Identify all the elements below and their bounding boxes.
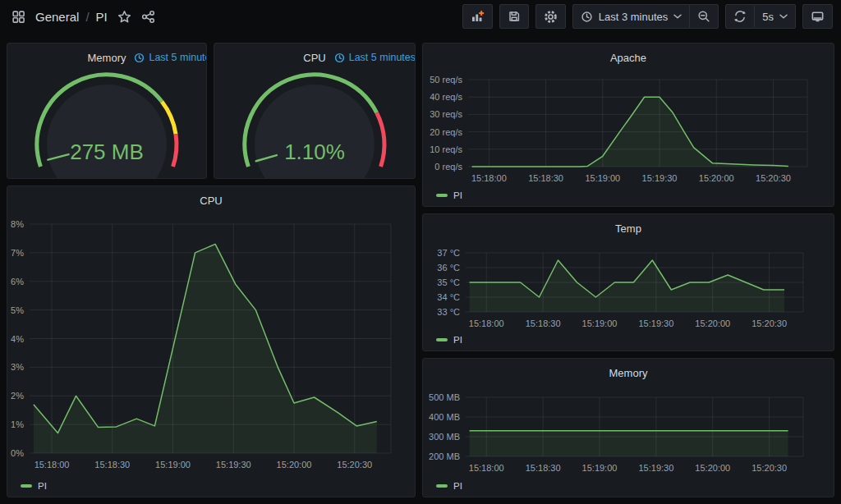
y-tick-label: 40 req/s bbox=[430, 92, 462, 102]
legend-label: PI bbox=[453, 481, 462, 491]
y-tick-label: 37 °C bbox=[437, 248, 460, 258]
tv-mode-button[interactable] bbox=[802, 4, 833, 29]
x-tick-label: 15:19:30 bbox=[642, 173, 678, 183]
gauge-threshold-arc bbox=[173, 134, 177, 167]
share-icon[interactable] bbox=[141, 10, 155, 24]
clock-icon bbox=[134, 53, 145, 63]
refresh-icon bbox=[733, 10, 747, 23]
y-tick-label: 50 req/s bbox=[430, 75, 462, 85]
y-tick-label: 5% bbox=[11, 305, 24, 315]
y-tick-label: 30 req/s bbox=[430, 109, 462, 119]
legend-item[interactable]: PI bbox=[21, 481, 47, 491]
y-tick-label: 500 MB bbox=[429, 392, 460, 402]
x-tick-label: 15:19:00 bbox=[155, 460, 191, 470]
y-tick-label: 300 MB bbox=[429, 432, 460, 442]
dashboards-grid-icon[interactable] bbox=[11, 10, 25, 24]
y-tick-label: 0% bbox=[11, 448, 24, 458]
y-tick-label: 2% bbox=[11, 391, 24, 401]
gear-icon bbox=[544, 10, 558, 24]
time-controls-group: Last 3 minutes bbox=[572, 4, 719, 29]
series-area bbox=[34, 244, 377, 453]
panel-apache: Apache 0 req/s10 req/s20 req/s30 req/s40… bbox=[422, 43, 834, 207]
time-override: Last 5 minutes bbox=[134, 52, 207, 63]
refresh-interval-picker[interactable]: 5s bbox=[755, 4, 796, 29]
panel-title[interactable]: CPU bbox=[303, 52, 325, 64]
clock-icon bbox=[334, 53, 345, 63]
y-tick-label: 36 °C bbox=[437, 263, 460, 273]
legend-label: PI bbox=[38, 481, 47, 491]
y-tick-label: 0 req/s bbox=[434, 162, 462, 172]
add-panel-button[interactable] bbox=[462, 4, 493, 29]
legend-label: PI bbox=[453, 190, 462, 200]
legend-swatch bbox=[436, 194, 448, 197]
breadcrumb-separator: / bbox=[85, 10, 89, 24]
y-tick-label: 20 req/s bbox=[430, 127, 462, 137]
gauge-value-text: 275 MB bbox=[70, 140, 144, 164]
clock-icon bbox=[581, 11, 593, 23]
memory-chart[interactable]: 200 MB300 MB400 MB500 MB15:18:0015:18:30… bbox=[423, 359, 834, 497]
zoom-out-icon bbox=[697, 10, 710, 23]
breadcrumb: General / PI bbox=[35, 10, 108, 24]
cpu-gauge: 1.10% bbox=[214, 69, 415, 178]
x-tick-label: 15:18:30 bbox=[94, 460, 130, 470]
y-tick-label: 33 °C bbox=[437, 307, 460, 317]
legend-item[interactable]: PI bbox=[436, 481, 462, 491]
legend-swatch bbox=[436, 338, 448, 341]
x-tick-label: 15:18:30 bbox=[526, 463, 561, 473]
y-tick-label: 400 MB bbox=[429, 412, 460, 422]
panel-header: CPU Last 5 minutes bbox=[214, 46, 415, 69]
x-tick-label: 15:18:30 bbox=[526, 318, 561, 328]
breadcrumb-dashboard[interactable]: General bbox=[35, 10, 79, 24]
y-tick-label: 7% bbox=[11, 248, 24, 258]
x-tick-label: 15:20:30 bbox=[751, 318, 787, 328]
add-panel-icon bbox=[471, 10, 485, 23]
x-tick-label: 15:20:00 bbox=[695, 318, 730, 328]
x-tick-label: 15:19:30 bbox=[638, 318, 673, 328]
save-dashboard-button[interactable] bbox=[499, 4, 529, 29]
y-tick-label: 8% bbox=[11, 219, 24, 229]
chevron-down-icon bbox=[673, 14, 682, 19]
dashboard-settings-button[interactable] bbox=[535, 4, 566, 29]
time-override: Last 5 minutes bbox=[334, 52, 416, 63]
refresh-button[interactable] bbox=[725, 4, 755, 29]
x-tick-label: 15:20:30 bbox=[756, 173, 791, 183]
y-tick-label: 4% bbox=[11, 334, 24, 344]
cpu-chart[interactable]: 0%1%2%3%4%5%6%7%8%15:18:0015:18:3015:19:… bbox=[7, 186, 415, 497]
x-tick-label: 15:18:30 bbox=[528, 173, 563, 183]
panel-memory-chart: Memory 200 MB300 MB400 MB500 MB15:18:001… bbox=[422, 358, 834, 497]
legend-item[interactable]: PI bbox=[436, 335, 462, 345]
star-icon[interactable] bbox=[117, 10, 131, 24]
panel-title[interactable]: Memory bbox=[88, 52, 126, 64]
x-tick-label: 15:18:00 bbox=[469, 318, 504, 328]
x-tick-label: 15:20:30 bbox=[751, 463, 787, 473]
chevron-down-icon bbox=[779, 14, 788, 19]
legend-item[interactable]: PI bbox=[436, 190, 462, 200]
x-tick-label: 15:19:30 bbox=[216, 460, 251, 470]
y-tick-label: 200 MB bbox=[429, 451, 460, 461]
top-nav: General / PI bbox=[0, 0, 841, 33]
x-tick-label: 15:18:00 bbox=[471, 173, 507, 183]
legend-swatch bbox=[436, 484, 448, 488]
save-icon bbox=[508, 10, 521, 23]
y-tick-label: 6% bbox=[11, 277, 24, 286]
gauge-value-text: 1.10% bbox=[284, 140, 345, 164]
x-tick-label: 15:19:30 bbox=[638, 463, 673, 473]
time-range-picker[interactable]: Last 3 minutes bbox=[572, 4, 691, 29]
time-override-label: Last 5 minutes bbox=[149, 52, 207, 63]
x-tick-label: 15:18:00 bbox=[469, 463, 504, 473]
zoom-out-button[interactable] bbox=[690, 4, 719, 29]
panel-memory-gauge: Memory Last 5 minutes 275 MB bbox=[7, 43, 207, 179]
x-tick-label: 15:19:00 bbox=[585, 173, 620, 183]
time-range-label: Last 3 minutes bbox=[599, 11, 669, 23]
series-area bbox=[470, 431, 788, 456]
apache-chart[interactable]: 0 req/s10 req/s20 req/s30 req/s40 req/s5… bbox=[423, 44, 834, 206]
breadcrumb-page[interactable]: PI bbox=[96, 10, 108, 24]
x-tick-label: 15:20:30 bbox=[337, 460, 372, 470]
panel-cpu-gauge: CPU Last 5 minutes 1.10% bbox=[214, 43, 416, 179]
temp-chart[interactable]: 33 °C34 °C35 °C36 °C37 °C15:18:0015:18:3… bbox=[423, 214, 834, 351]
legend-swatch bbox=[21, 484, 32, 488]
y-tick-label: 10 req/s bbox=[430, 144, 462, 154]
x-tick-label: 15:19:00 bbox=[582, 318, 618, 328]
y-tick-label: 35 °C bbox=[437, 277, 460, 287]
y-tick-label: 1% bbox=[11, 419, 24, 429]
